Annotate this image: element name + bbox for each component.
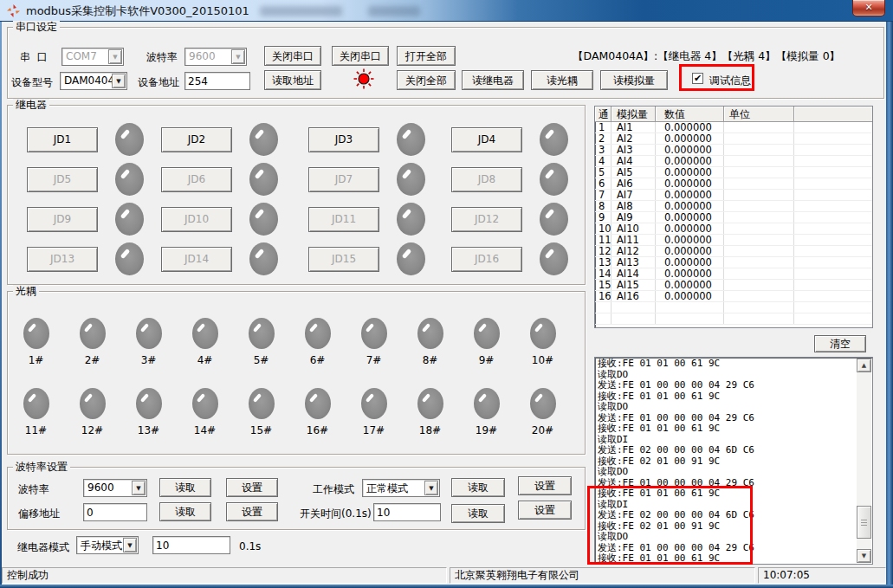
- analog-table-header: 通 模拟量 数值 单位: [595, 107, 872, 122]
- relay-indicator-icon: [540, 203, 568, 236]
- work-mode-value: 正常模式: [366, 481, 408, 496]
- device-addr-input[interactable]: [184, 72, 250, 90]
- device-model-select[interactable]: DAM0404A ▼: [60, 72, 127, 90]
- scroll-down-icon[interactable]: ▼: [857, 549, 871, 563]
- relay-indicator-icon: [397, 163, 425, 196]
- relay-button[interactable]: JD10: [161, 207, 232, 232]
- cell-analog-name: AI1: [612, 122, 656, 132]
- switch-time-set-button[interactable]: 设置: [518, 501, 572, 520]
- work-mode-select[interactable]: 正常模式 ▼: [362, 479, 440, 497]
- relay-button[interactable]: JD3: [308, 127, 379, 152]
- table-row[interactable]: 8 AI8 0.000000: [595, 201, 872, 212]
- table-row[interactable]: 3 AI3 0.000000: [595, 145, 872, 156]
- baud-read-button[interactable]: 读取: [159, 478, 211, 497]
- opto-indicator-icon: [136, 388, 162, 419]
- switch-time-read-button[interactable]: 读取: [451, 504, 505, 523]
- close-port-button-1[interactable]: 关闭串口: [264, 46, 321, 66]
- read-relay-button[interactable]: 读继电器: [462, 70, 524, 90]
- switch-time-label: 开关时间(0.1s): [300, 507, 372, 521]
- baud-set-button[interactable]: 设置: [226, 478, 278, 497]
- relay-button[interactable]: JD1: [27, 127, 98, 152]
- com-port-select: COM7 ▼: [61, 48, 124, 66]
- relay-button[interactable]: JD8: [451, 167, 522, 192]
- offset-set-button[interactable]: 设置: [226, 502, 278, 521]
- relay-button[interactable]: JD6: [161, 167, 232, 192]
- relay-mode-select[interactable]: 手动模式 ▼: [76, 536, 139, 554]
- cell-analog-name: AI13: [612, 257, 656, 268]
- cell-unit: [724, 156, 794, 166]
- table-row[interactable]: 4 AI4 0.000000: [595, 156, 872, 167]
- open-all-button[interactable]: 打开全部: [397, 46, 456, 66]
- table-row[interactable]: 1 AI1 0.000000: [595, 122, 872, 133]
- read-opto-button[interactable]: 读光耦: [531, 70, 593, 90]
- table-row[interactable]: 2 AI2 0.000000: [595, 133, 872, 145]
- table-row[interactable]: 15 AI15 0.000000: [595, 280, 872, 291]
- table-row[interactable]: 5 AI5 0.000000: [595, 167, 872, 178]
- offset-addr-input[interactable]: [83, 503, 147, 521]
- scrollbar-thumb[interactable]: [857, 506, 871, 539]
- col-header-value[interactable]: 数值: [656, 107, 724, 122]
- cell-unit: [724, 190, 794, 200]
- scroll-up-icon[interactable]: ▲: [857, 359, 871, 372]
- com-port-value: COM7: [66, 50, 97, 62]
- table-row[interactable]: 16 AI16 0.000000: [595, 291, 872, 302]
- col-header-channel[interactable]: 通: [595, 107, 612, 122]
- relay-button[interactable]: JD4: [451, 127, 522, 152]
- relay-indicator-icon: [249, 242, 278, 275]
- relay-button[interactable]: JD5: [27, 167, 98, 192]
- status-message: 控制成功: [2, 567, 447, 584]
- relay-cell: JD6: [161, 159, 308, 199]
- read-addr-button[interactable]: 读取地址: [264, 70, 321, 90]
- relay-button[interactable]: JD13: [27, 247, 98, 272]
- relay-button[interactable]: JD7: [308, 167, 379, 192]
- cell-value: 0.000000: [656, 257, 724, 268]
- relay-button[interactable]: JD11: [308, 207, 379, 232]
- relay-button[interactable]: JD16: [451, 247, 522, 272]
- close-button[interactable]: ✕: [852, 0, 885, 16]
- window-border-right[interactable]: [886, 22, 893, 588]
- table-row[interactable]: 6 AI6 0.000000: [595, 178, 872, 190]
- cell-unit: [724, 201, 794, 211]
- relay-indicator-icon: [249, 163, 278, 196]
- work-mode-read-button[interactable]: 读取: [451, 478, 505, 497]
- cell-value: 0.000000: [656, 122, 724, 132]
- baud-rate-select[interactable]: 9600 ▼: [83, 479, 147, 497]
- relay-button[interactable]: JD15: [308, 247, 379, 272]
- col-header-analog[interactable]: 模拟量: [612, 107, 656, 122]
- read-analog-button[interactable]: 读模拟量: [600, 70, 668, 90]
- work-mode-set-button[interactable]: 设置: [518, 476, 572, 495]
- cell-analog-name: AI9: [612, 212, 656, 223]
- log-scrollbar[interactable]: ▲ ▼: [857, 359, 871, 563]
- table-row[interactable]: 10 AI10 0.000000: [595, 223, 872, 235]
- titlebar[interactable]: modbus采集控制卡软件V0300_20150101 ✕: [0, 0, 893, 22]
- relay-mode-time-input[interactable]: [152, 536, 230, 554]
- relay-mode-unit-label: 0.1s: [239, 540, 261, 552]
- debug-checkbox-highlight-box: [679, 64, 754, 91]
- close-port-button-2[interactable]: 关闭串口: [332, 46, 389, 66]
- baud-group-label: 波特率设置: [13, 461, 70, 473]
- col-header-unit[interactable]: 单位: [724, 107, 794, 122]
- relay-button[interactable]: JD2: [161, 127, 232, 152]
- opto-cell: 6#: [289, 318, 346, 365]
- cell-channel: 9: [595, 212, 612, 223]
- relay-button[interactable]: JD14: [161, 247, 232, 272]
- clear-log-button[interactable]: 清空: [814, 335, 866, 352]
- offset-read-button[interactable]: 读取: [159, 502, 211, 521]
- table-row[interactable]: 7 AI7 0.000000: [595, 190, 872, 201]
- relay-button[interactable]: JD12: [451, 207, 522, 232]
- table-row[interactable]: 12 AI12 0.000000: [595, 246, 872, 257]
- table-row[interactable]: 14 AI14 0.000000: [595, 268, 872, 280]
- close-all-button[interactable]: 关闭全部: [397, 70, 456, 90]
- log-line: 发送:FE 01 00 00 00 04 29 C6: [598, 380, 856, 391]
- cell-unit: [724, 145, 794, 155]
- analog-table-body: 1 AI1 0.000000 2 AI2 0.000000 3 AI3: [595, 122, 872, 302]
- opto-indicator-icon: [474, 318, 500, 349]
- table-row[interactable]: 11 AI11 0.000000: [595, 235, 872, 246]
- cell-unit: [724, 133, 794, 144]
- opto-indicator-icon: [417, 318, 443, 349]
- cell-analog-name: AI12: [612, 246, 656, 256]
- table-row[interactable]: 13 AI13 0.000000: [595, 257, 872, 268]
- switch-time-input[interactable]: [373, 503, 441, 521]
- table-row[interactable]: 9 AI9 0.000000: [595, 212, 872, 223]
- relay-button[interactable]: JD9: [27, 207, 98, 232]
